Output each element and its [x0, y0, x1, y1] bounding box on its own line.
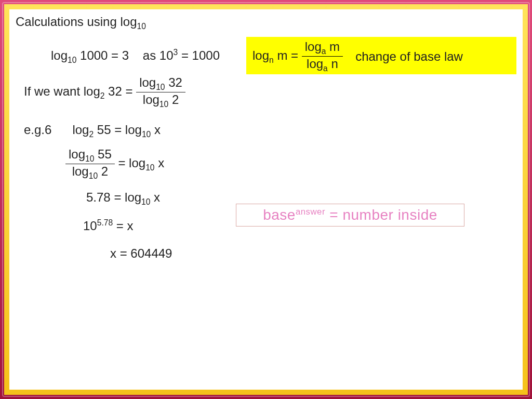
- line-example-6: e.g.6 log2 55 = log10 x: [24, 123, 161, 139]
- slide-inner-frame: Calculations using log10 log10 1000 = 3 …: [4, 4, 528, 395]
- example-label: e.g.6: [24, 123, 51, 137]
- line-result: x = 604449: [110, 246, 172, 261]
- title-text: Calculations using log: [16, 15, 137, 29]
- slide-outer-frame: Calculations using log10 log10 1000 = 3 …: [0, 0, 532, 399]
- base-answer-box: baseanswer = number inside: [236, 204, 464, 227]
- line-10-exp: 105.78 = x: [83, 218, 133, 233]
- fraction-logam-over-logan: loga m loga n: [302, 40, 343, 73]
- line-5-78: 5.78 = log10 x: [86, 190, 160, 207]
- fraction-log55-over-log2: log10 55 log10 2: [65, 148, 115, 180]
- page-title: Calculations using log10: [16, 15, 146, 31]
- line-log2-32: If we want log2 32 = log10 32 log10 2: [24, 76, 185, 109]
- change-of-base-box: logn m = loga m loga n change of base la…: [246, 37, 516, 74]
- fraction-log32-over-log2: log10 32 log10 2: [136, 76, 185, 109]
- cob-label: change of base law: [355, 49, 463, 64]
- slide-content: Calculations using log10 log10 1000 = 3 …: [9, 9, 523, 390]
- line-frac-log55: log10 55 log10 2 = log10 x: [65, 148, 164, 180]
- title-subscript: 10: [137, 22, 145, 31]
- cob-formula: logn m = loga m loga n: [252, 40, 343, 73]
- line-log10-1000: log10 1000 = 3 as 103 = 1000: [51, 48, 220, 65]
